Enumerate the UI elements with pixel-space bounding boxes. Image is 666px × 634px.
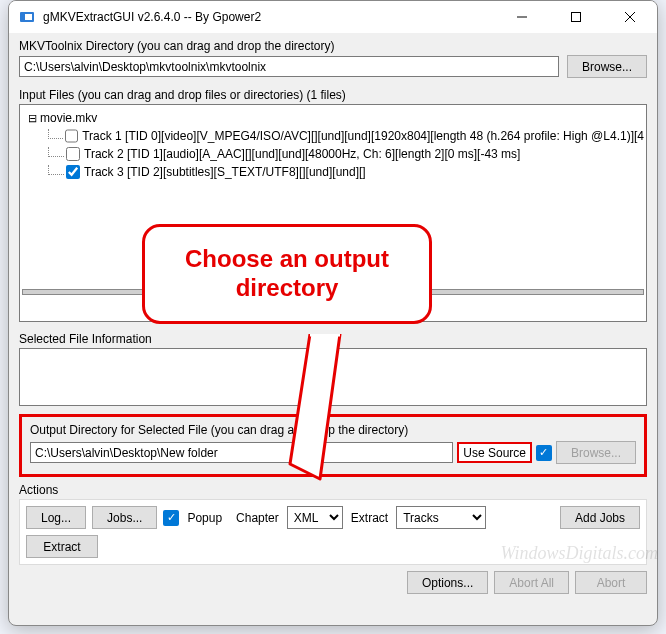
svg-rect-4 (572, 13, 581, 22)
abort-all-button[interactable]: Abort All (494, 571, 569, 594)
track-checkbox[interactable] (65, 129, 78, 143)
jobs-button[interactable]: Jobs... (92, 506, 157, 529)
extract-mode-select[interactable]: Tracks (396, 506, 486, 529)
svg-rect-2 (22, 14, 25, 20)
output-path-input[interactable] (30, 442, 453, 463)
popup-checkbox[interactable]: ✓ (163, 510, 179, 526)
tree-line-icon (48, 147, 64, 157)
annotation-callout: Choose an output directory (142, 224, 432, 324)
maximize-button[interactable] (553, 1, 599, 33)
chapter-select[interactable]: XML (287, 506, 343, 529)
tree-line-icon (48, 165, 64, 175)
mkvtoolnix-label: MKVToolnix Directory (you can drag and d… (19, 39, 647, 53)
track-label: Track 2 [TID 1][audio][A_AAC][][und][und… (84, 147, 520, 161)
mkvtoolnix-browse-button[interactable]: Browse... (567, 55, 647, 78)
use-source-button[interactable]: Use Source (457, 442, 532, 463)
titlebar: gMKVExtractGUI v2.6.4.0 -- By Gpower2 (9, 1, 657, 33)
abort-button[interactable]: Abort (575, 571, 647, 594)
input-files-label: Input Files (you can drag and drop files… (19, 88, 647, 102)
close-button[interactable] (607, 1, 653, 33)
output-browse-button[interactable]: Browse... (556, 441, 636, 464)
options-button[interactable]: Options... (407, 571, 488, 594)
callout-text: Choose an output directory (185, 245, 389, 301)
callout-tail-icon (280, 334, 360, 484)
track-checkbox[interactable] (66, 147, 80, 161)
tree-root-label: movie.mkv (40, 111, 97, 125)
app-icon (19, 9, 35, 25)
tree-expander-icon[interactable]: ⊟ (26, 112, 38, 125)
track-row[interactable]: Track 1 [TID 0][video][V_MPEG4/ISO/AVC][… (22, 127, 644, 145)
extract-mode-label: Extract (351, 511, 388, 525)
actions-label: Actions (19, 483, 647, 497)
add-jobs-button[interactable]: Add Jobs (560, 506, 640, 529)
track-label: Track 1 [TID 0][video][V_MPEG4/ISO/AVC][… (82, 129, 644, 143)
minimize-button[interactable] (499, 1, 545, 33)
window-title: gMKVExtractGUI v2.6.4.0 -- By Gpower2 (43, 10, 491, 24)
log-button[interactable]: Log... (26, 506, 86, 529)
actions-bar: Log... Jobs... ✓ Popup Chapter XML Extra… (19, 499, 647, 565)
mkvtoolnix-path-input[interactable] (19, 56, 559, 77)
chapter-label: Chapter (236, 511, 279, 525)
tree-line-icon (48, 129, 63, 139)
track-label: Track 3 [TID 2][subtitles][S_TEXT/UTF8][… (84, 165, 366, 179)
track-checkbox[interactable] (66, 165, 80, 179)
use-source-checkbox[interactable]: ✓ (536, 445, 552, 461)
popup-label: Popup (187, 511, 222, 525)
track-row[interactable]: Track 3 [TID 2][subtitles][S_TEXT/UTF8][… (22, 163, 644, 181)
extract-button[interactable]: Extract (26, 535, 98, 558)
tree-root-row[interactable]: ⊟ movie.mkv (22, 109, 644, 127)
track-row[interactable]: Track 2 [TID 1][audio][A_AAC][][und][und… (22, 145, 644, 163)
